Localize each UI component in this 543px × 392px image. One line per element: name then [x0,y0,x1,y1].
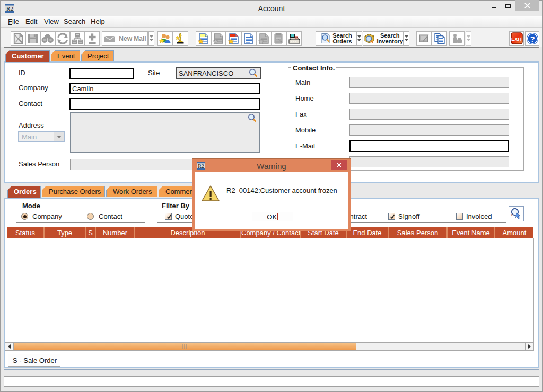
svg-text:EXIT: EXIT [511,36,522,42]
svg-text:?: ? [530,34,535,43]
